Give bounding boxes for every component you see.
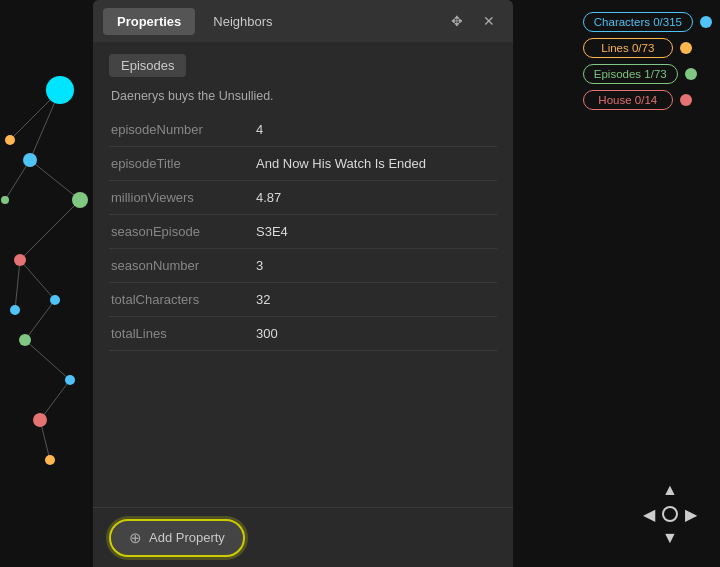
property-value: 4 [256,122,495,137]
legend-item-lines[interactable]: Lines 0/73 [583,38,712,58]
close-icon: ✕ [483,13,495,29]
nav-down-button[interactable]: ▼ [659,527,681,549]
property-key: episodeTitle [111,156,256,171]
svg-point-14 [14,254,26,266]
property-value: S3E4 [256,224,495,239]
property-value: 4.87 [256,190,495,205]
property-value: And Now His Watch Is Ended [256,156,495,171]
property-key: totalLines [111,326,256,341]
svg-line-2 [30,160,80,200]
legend-item-house[interactable]: House 0/14 [583,90,712,110]
svg-line-4 [20,200,80,260]
nav-up-button[interactable]: ▲ [659,479,681,501]
svg-point-12 [23,153,37,167]
panel-content: Episodes Daenerys buys the Unsullied. ep… [93,42,513,507]
add-property-button[interactable]: ⊕ Add Property [109,519,245,557]
svg-line-8 [25,340,70,380]
description-text: Daenerys buys the Unsullied. [109,89,497,103]
nav-right-button[interactable]: ▶ [680,503,702,525]
characters-pill[interactable]: Characters 0/315 [583,12,693,32]
svg-point-20 [1,196,9,204]
close-button[interactable]: ✕ [475,7,503,35]
svg-line-5 [20,260,55,300]
table-row: seasonEpisode S3E4 [109,215,497,249]
svg-point-13 [72,192,88,208]
tab-properties[interactable]: Properties [103,8,195,35]
property-key: seasonNumber [111,258,256,273]
nav-left-button[interactable]: ◀ [638,503,660,525]
nav-down-row: ▼ [659,527,681,549]
table-row: millionViewers 4.87 [109,181,497,215]
svg-line-6 [15,260,20,310]
property-value: 3 [256,258,495,273]
house-pill[interactable]: House 0/14 [583,90,673,110]
episodes-dot [685,68,697,80]
property-value: 32 [256,292,495,307]
svg-point-19 [5,135,15,145]
lines-pill[interactable]: Lines 0/73 [583,38,673,58]
characters-dot [700,16,712,28]
table-row: totalLines 300 [109,317,497,351]
entity-badge: Episodes [109,54,186,77]
svg-point-17 [65,375,75,385]
property-list: episodeNumber 4 episodeTitle And Now His… [109,113,497,351]
svg-point-22 [45,455,55,465]
svg-line-9 [40,380,70,420]
move-icon: ✥ [451,13,463,29]
table-row: episodeTitle And Now His Watch Is Ended [109,147,497,181]
svg-point-18 [33,413,47,427]
property-key: totalCharacters [111,292,256,307]
tab-neighbors[interactable]: Neighbors [199,8,286,35]
svg-line-3 [5,160,30,200]
legend-panel: Characters 0/315 Lines 0/73 Episodes 1/7… [583,12,712,110]
legend-item-characters[interactable]: Characters 0/315 [583,12,712,32]
svg-point-11 [46,76,74,104]
lines-dot [680,42,692,54]
add-property-label: Add Property [149,530,225,545]
svg-line-7 [25,300,55,340]
house-dot [680,94,692,106]
table-row: episodeNumber 4 [109,113,497,147]
episodes-pill[interactable]: Episodes 1/73 [583,64,678,84]
move-button[interactable]: ✥ [443,7,471,35]
panel-footer: ⊕ Add Property [93,507,513,567]
property-value: 300 [256,326,495,341]
nav-up-row: ▲ [659,479,681,501]
property-key: seasonEpisode [111,224,256,239]
svg-point-21 [10,305,20,315]
svg-point-15 [50,295,60,305]
nav-middle-row: ◀ ▶ [638,503,702,525]
property-key: episodeNumber [111,122,256,137]
panel-header: Properties Neighbors ✥ ✕ [93,0,513,42]
svg-point-16 [19,334,31,346]
nav-center-circle[interactable] [662,506,678,522]
table-row: seasonNumber 3 [109,249,497,283]
legend-item-episodes[interactable]: Episodes 1/73 [583,64,712,84]
property-key: millionViewers [111,190,256,205]
table-row: totalCharacters 32 [109,283,497,317]
plus-icon: ⊕ [129,529,142,547]
properties-panel: Properties Neighbors ✥ ✕ Episodes Daener… [93,0,513,567]
nav-controls: ▲ ◀ ▶ ▼ [638,479,702,549]
